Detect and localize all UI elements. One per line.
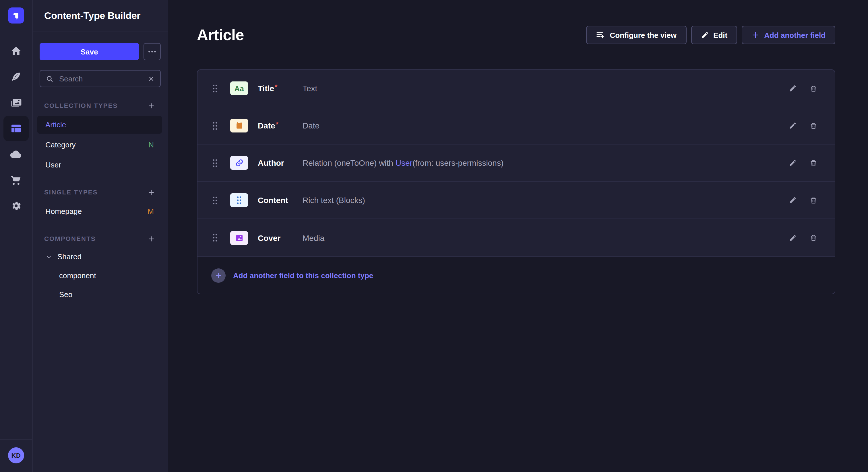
edit-field-button[interactable] — [789, 234, 797, 242]
feather-icon — [10, 71, 22, 82]
sidebar-item-user[interactable]: User — [37, 156, 162, 174]
field-type-media-icon — [230, 231, 248, 245]
nav-cloud[interactable] — [3, 142, 29, 167]
delete-field-button[interactable] — [809, 159, 817, 167]
sidebar-item-label: component — [59, 271, 96, 280]
field-name: Content — [258, 196, 293, 205]
blocks-dots-icon — [237, 196, 242, 204]
user-avatar[interactable]: KD — [8, 447, 24, 463]
required-mark: * — [275, 83, 277, 91]
media-library-icon — [10, 97, 22, 108]
relation-target-link[interactable]: User — [396, 158, 412, 167]
edit-field-button[interactable] — [789, 122, 797, 130]
sidebar-item-homepage[interactable]: Homepage M — [37, 202, 162, 220]
sidebar-item-label: Article — [45, 121, 66, 129]
edit-button[interactable]: Edit — [691, 26, 737, 44]
edit-field-button[interactable] — [789, 84, 797, 92]
delete-field-button[interactable] — [809, 233, 817, 242]
delete-field-button[interactable] — [809, 196, 817, 204]
plus-icon — [215, 272, 222, 278]
configure-view-label: Configure the view — [610, 31, 677, 39]
more-actions-button[interactable] — [144, 43, 161, 60]
add-single-type-button[interactable] — [148, 189, 155, 196]
drag-handle-icon[interactable] — [211, 233, 218, 242]
field-type: Media — [303, 233, 324, 242]
drag-handle-icon[interactable] — [211, 121, 218, 130]
sidebar-item-article[interactable]: Article — [37, 116, 162, 134]
section-label: SINGLE TYPES — [44, 189, 98, 196]
drag-handle-icon[interactable] — [211, 196, 218, 204]
add-field-circle-button[interactable] — [211, 268, 226, 282]
nav-media-library[interactable] — [3, 90, 29, 115]
nav-home[interactable] — [3, 38, 29, 64]
sidebar-item-seo[interactable]: Seo — [37, 285, 162, 303]
sidebar-item-component[interactable]: component — [37, 267, 162, 284]
sidebar-header: Content-Type Builder — [33, 0, 167, 32]
edit-field-button[interactable] — [789, 159, 797, 167]
content-type-builder-app: KD Content-Type Builder Save — [0, 0, 868, 472]
edit-field-button[interactable] — [789, 196, 797, 204]
pencil-icon — [789, 122, 797, 130]
nav-content-type-builder[interactable] — [3, 116, 29, 141]
field-type-relation-icon — [230, 156, 248, 170]
ellipsis-icon — [148, 50, 156, 53]
clear-search-button[interactable] — [148, 75, 154, 82]
add-another-field-button[interactable]: Add another field — [742, 26, 835, 44]
section-components: COMPONENTS Shared component — [33, 234, 167, 303]
table-row-title: Aa Title* Text — [197, 70, 835, 107]
add-field-to-collection-link[interactable]: Add another field to this collection typ… — [233, 271, 373, 279]
add-component-button[interactable] — [148, 235, 155, 242]
table-row-author: Author Relation (oneToOne) with User(fro… — [197, 144, 835, 182]
content-type-builder-sidebar: Content-Type Builder Save — [33, 0, 168, 472]
configure-view-button[interactable]: Configure the view — [586, 26, 687, 44]
search-input[interactable] — [58, 74, 144, 83]
edit-label: Edit — [713, 31, 727, 39]
drag-handle-icon[interactable] — [211, 84, 218, 93]
delete-field-button[interactable] — [809, 121, 817, 130]
section-label: COMPONENTS — [44, 235, 96, 242]
required-mark: * — [276, 121, 278, 129]
link-icon — [235, 159, 243, 167]
field-type: Rich text (Blocks) — [303, 196, 365, 205]
plus-icon — [148, 189, 155, 196]
delete-field-button[interactable] — [809, 84, 817, 93]
search-icon — [46, 75, 53, 82]
field-type: Text — [303, 84, 317, 93]
table-row-content: Content Rich text (Blocks) — [197, 182, 835, 219]
calendar-icon — [235, 122, 243, 130]
sidebar-title: Content-Type Builder — [44, 10, 141, 22]
settings-gear-icon — [10, 200, 22, 212]
plus-icon — [148, 102, 155, 109]
header-actions: Configure the view Edit Add another fiel… — [586, 26, 836, 44]
plus-icon — [148, 235, 155, 242]
status-badge-new: N — [148, 140, 154, 149]
sidebar-item-category[interactable]: Category N — [37, 136, 162, 154]
strapi-logo[interactable] — [8, 7, 24, 24]
plus-icon — [751, 31, 760, 39]
field-type-blocks-icon — [230, 193, 248, 207]
add-another-field-label: Add another field — [764, 31, 826, 39]
pencil-icon — [789, 234, 797, 242]
save-button[interactable]: Save — [40, 43, 139, 60]
nav-content-manager[interactable] — [3, 64, 29, 90]
main-content: Article Configure the view Edit — [168, 0, 868, 472]
field-type-date-icon — [230, 119, 248, 133]
sidebar-item-label: Homepage — [45, 207, 82, 216]
add-collection-type-button[interactable] — [148, 102, 155, 109]
section-label: COLLECTION TYPES — [44, 102, 118, 109]
table-row-cover: Cover Media — [197, 219, 835, 256]
close-icon — [148, 75, 154, 82]
section-single-types: SINGLE TYPES Homepage M — [33, 188, 167, 220]
content-type-builder-icon — [10, 123, 22, 134]
nav-settings[interactable] — [3, 193, 29, 218]
nav-marketplace[interactable] — [3, 167, 29, 193]
sidebar-item-label: Category — [45, 140, 76, 149]
image-icon — [235, 234, 243, 242]
component-category-shared[interactable]: Shared — [37, 248, 162, 266]
trash-icon — [809, 159, 817, 167]
trash-icon — [809, 84, 817, 93]
drag-handle-icon[interactable] — [211, 159, 218, 167]
pencil-icon — [789, 84, 797, 92]
field-type: Relation (oneToOne) with User(from: user… — [303, 158, 503, 167]
search-box — [40, 70, 161, 87]
